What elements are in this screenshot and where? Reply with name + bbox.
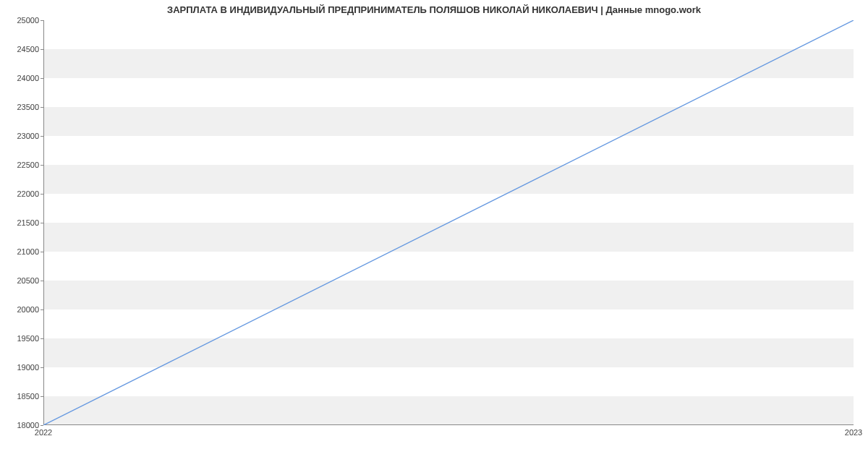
y-tick-mark: [41, 136, 43, 137]
y-tick-label: 19000: [3, 363, 39, 372]
y-tick-label: 19500: [3, 334, 39, 343]
y-tick-label: 18500: [3, 392, 39, 401]
y-tick-mark: [41, 165, 43, 166]
y-tick-label: 21000: [3, 247, 39, 256]
x-tick-label: 2022: [35, 428, 52, 437]
y-tick-label: 21500: [3, 218, 39, 227]
y-tick-label: 23500: [3, 103, 39, 111]
y-tick-mark: [41, 309, 43, 310]
y-tick-label: 24500: [3, 45, 39, 54]
y-tick-mark: [41, 223, 43, 223]
y-tick-mark: [41, 396, 43, 397]
plot-area: [43, 20, 854, 425]
y-tick-mark: [41, 367, 43, 368]
y-tick-label: 25000: [3, 16, 39, 25]
y-tick-mark: [41, 252, 43, 252]
y-tick-mark: [41, 78, 43, 79]
y-tick-label: 23000: [3, 132, 39, 140]
x-tick-label: 2023: [845, 428, 862, 437]
chart-container: ЗАРПЛАТА В ИНДИВИДУАЛЬНЫЙ ПРЕДПРИНИМАТЕЛ…: [0, 0, 868, 470]
y-tick-label: 24000: [3, 74, 39, 82]
y-tick-mark: [41, 20, 43, 21]
data-line: [43, 20, 854, 425]
y-tick-label: 18000: [3, 421, 39, 430]
chart-title: ЗАРПЛАТА В ИНДИВИДУАЛЬНЫЙ ПРЕДПРИНИМАТЕЛ…: [0, 4, 868, 15]
y-tick-mark: [41, 425, 43, 426]
y-tick-label: 22000: [3, 189, 39, 198]
y-tick-label: 20000: [3, 305, 39, 314]
y-tick-label: 22500: [3, 161, 39, 169]
line-svg: [43, 20, 854, 425]
y-tick-mark: [41, 194, 43, 195]
y-tick-mark: [41, 107, 43, 108]
y-tick-mark: [41, 281, 43, 281]
y-tick-mark: [41, 338, 43, 339]
y-tick-label: 20500: [3, 276, 39, 285]
y-tick-mark: [41, 49, 43, 50]
